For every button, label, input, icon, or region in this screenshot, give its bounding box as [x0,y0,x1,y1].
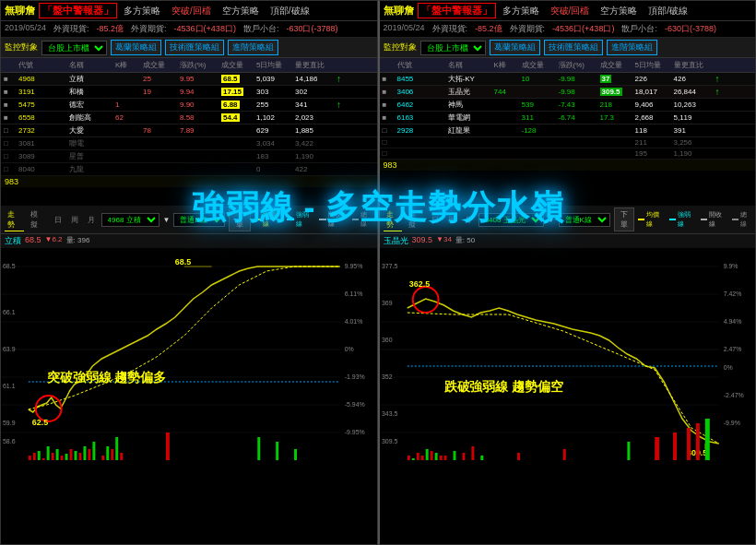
left-legend-strong: 強弱線 [287,210,313,229]
svg-text:-2.47%: -2.47% [723,392,743,398]
table-row[interactable]: □ 2928 紅龍果 -128 118 391 [380,124,756,137]
table-row[interactable]: ■ 4968 立積 25 9.95 68.5 5,039 14,186 ↑ [1,73,377,86]
svg-text:-1.93%: -1.93% [345,373,365,380]
svg-rect-32 [56,449,59,460]
svg-text:7.42%: 7.42% [723,290,741,297]
right-stock-select[interactable]: 3406 玉晶光 [478,213,544,227]
right-nav-item-4[interactable]: 頂部/破線 [645,4,691,18]
right-spot-value: -85.2億 [475,23,502,35]
table-row[interactable]: ■ 6462 神馬 539 -7.43 218 9,406 10,263 [380,99,756,112]
left-market-select[interactable]: 台股上市櫃 [41,41,107,55]
right-stock-table: 代號 名稱 K棒 成交量 漲跌(%) 成交量 5日均量 量更直比 ■ 8455 … [380,58,756,206]
svg-text:跌破強弱線 趨勢偏空: 跌破強弱線 趨勢偏空 [443,379,562,394]
svg-text:4.01%: 4.01% [345,318,363,325]
left-tab-week[interactable]: 周 [68,214,81,226]
svg-text:352: 352 [381,373,392,380]
svg-rect-46 [166,432,170,460]
left-tab-sim[interactable]: 模擬 [28,208,47,231]
svg-text:63.9: 63.9 [3,346,16,352]
left-tab-day[interactable]: 日 [52,214,65,226]
table-row[interactable]: □ 2732 大愛 78 7.89 629 1,885 [1,124,377,137]
table-row[interactable]: ■ 8455 大拓-KY 10 -9.98 37 226 426 ↑ [380,73,756,86]
table-row[interactable]: ■ 3191 和橋 19 9.94 17.15 303 302 [1,86,377,99]
right-tab-sim[interactable]: 模擬 [406,208,425,231]
right-panel: 無聊詹 「盤中警報器」 多方策略 突破/回檔 空方策略 頂部/破線 2019/0… [378,0,757,545]
table-row[interactable]: ■ 6163 華電網 311 -6.74 17.3 2,668 5,119 [380,112,756,124]
table-row[interactable]: ■ 3406 玉晶光 744 -9.98 309.5 18,017 26,844… [380,86,756,99]
left-nav-item-1[interactable]: 多方策略 [121,4,163,18]
svg-rect-30 [47,446,50,460]
right-nav: 多方策略 突破/回檔 空方策略 頂部/破線 [500,4,691,18]
right-strategy-btn-2[interactable]: 技術匯策略組 [544,40,603,55]
right-tab-trend[interactable]: 走勢 [384,208,403,231]
right-order-btn[interactable]: 下單 [614,207,635,231]
right-topbar: 無聊詹 「盤中警報器」 多方策略 突破/回檔 空方策略 頂部/破線 [380,1,756,21]
left-order-btn[interactable]: 下單 [229,207,250,231]
svg-point-71 [412,287,438,313]
svg-rect-45 [120,453,123,460]
right-futures-label: 外資期貨: [510,23,546,35]
svg-text:68.5: 68.5 [175,257,191,267]
svg-rect-35 [70,449,73,460]
left-stock-info: 立積 68.5 ▼6.2 量: 396 [1,234,377,248]
left-futures-value: -4536口(+438口) [174,23,236,35]
left-retail-label: 散戶小台: [243,23,279,35]
svg-rect-38 [83,446,86,460]
svg-text:0%: 0% [345,346,354,352]
table-row[interactable]: □ 3089 星普 183 1,190 [1,150,377,163]
svg-text:377.5: 377.5 [381,263,397,269]
right-tab-day[interactable]: 日 [429,214,442,226]
svg-text:343.5: 343.5 [381,410,397,417]
table-row[interactable]: ■ 6558 創能高 62 8.58 54.4 1,102 2,023 [1,112,377,124]
right-tab-month[interactable]: 月 [462,214,475,226]
svg-rect-84 [443,456,446,460]
table-row[interactable]: □ 211 3,256 [380,137,756,148]
left-stock-select[interactable]: 4968 立積 [101,213,159,227]
right-nav-item-2[interactable]: 突破/回檔 [548,4,593,18]
svg-rect-96 [704,419,709,460]
right-strategy-btn-3[interactable]: 進階策略組 [607,40,657,55]
left-logo: 無聊詹 [5,4,35,18]
left-chart-canvas: 9.95% 6.11% 4.01% 0% -1.93% -5.94% -9.95… [1,248,377,544]
left-spot-label: 外資現貨: [53,23,89,35]
right-nav-item-1[interactable]: 多方策略 [500,4,542,18]
right-appname: 「盤中警報器」 [418,3,496,18]
table-row[interactable]: □ 3081 聯電 3,034 3,422 [1,137,377,150]
left-tab-trend[interactable]: 走勢 [5,208,24,231]
svg-text:9.95%: 9.95% [345,263,363,269]
right-tab-week[interactable]: 周 [445,214,458,226]
left-nav-item-4[interactable]: 頂部/破線 [267,4,313,18]
right-table-sep: 983 [380,160,756,171]
svg-rect-88 [480,456,483,460]
left-legend-avg: 均價線 [254,210,281,229]
svg-text:-5.94%: -5.94% [345,401,365,408]
svg-rect-48 [276,442,278,460]
left-tab-month[interactable]: 月 [85,214,98,226]
left-nav-item-2[interactable]: 突破/回檔 [169,4,214,18]
table-row[interactable]: □ 8040 九龍 0 422 [1,163,377,176]
left-table-sep: 983 [1,176,377,187]
svg-rect-82 [434,453,437,460]
left-stock-table: 代號 名稱 K棒 成交量 漲跌(%) 成交量 5日均量 量更直比 ■ 4968 … [1,58,377,206]
left-strategy-btn-3[interactable]: 進階策略組 [228,40,278,55]
right-spot-label: 外資現貨: [432,23,468,35]
right-market-select[interactable]: 台股上市櫃 [420,41,486,55]
svg-rect-92 [655,437,659,460]
right-chart-type-select[interactable]: 普通K線 [559,213,610,227]
right-chart-svg: 9.9% 7.42% 4.94% 2.47% 0% -2.47% -9.9% 3… [380,248,756,488]
svg-rect-90 [562,449,565,460]
table-row[interactable]: ■ 5475 德宏 1 9.90 6.88 255 341 ↑ [1,99,377,112]
right-nav-item-3[interactable]: 空方策略 [597,4,640,18]
svg-rect-42 [106,446,109,460]
left-strategy-btn-1[interactable]: 葛蘭策略組 [111,40,161,55]
left-nav-item-3[interactable]: 空方策略 [219,4,262,18]
right-strategy-btn-1[interactable]: 葛蘭策略組 [490,40,540,55]
left-strategy-btn-2[interactable]: 技術匯策略組 [165,40,224,55]
svg-text:61.1: 61.1 [3,383,16,389]
left-chart-type-select[interactable]: 普通K線 [173,213,225,227]
svg-text:360: 360 [381,337,392,343]
svg-rect-33 [61,456,64,460]
svg-rect-83 [439,456,442,460]
table-row[interactable]: □ 195 1,190 [380,148,756,160]
right-stock-info: 玉晶光 309.5 ▼34 量: 50 [380,234,756,248]
